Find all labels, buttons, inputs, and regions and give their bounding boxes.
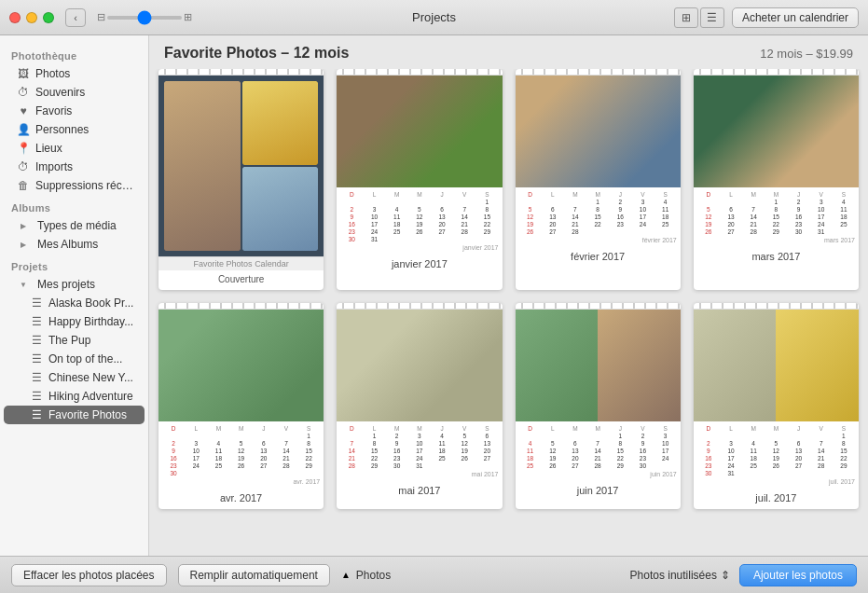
list-view-button[interactable]: ☰	[700, 7, 724, 28]
sidebar-item-label: Souvenirs	[35, 86, 85, 99]
project-icon: ☰	[30, 408, 43, 421]
sidebar-item-label: The Pup	[48, 334, 90, 347]
add-photos-button[interactable]: Ajouter les photos	[739, 564, 857, 586]
slider-icon-right: ⊞	[184, 11, 192, 23]
sidebar-item-alaska[interactable]: ☰ Alaska Book Pr...	[4, 294, 145, 312]
sidebar-item-favoris[interactable]: ♥ Favoris	[4, 102, 145, 120]
titlebar: ‹ ⊟ ⊞ Projects ⊞ ☰ Acheter un calendrier	[0, 0, 868, 35]
sidebar-item-label: Lieux	[35, 142, 62, 155]
lieux-icon: 📍	[17, 142, 30, 155]
sidebar-item-birthday[interactable]: ☰ Happy Birthday...	[4, 312, 145, 331]
sidebar-item-types-media[interactable]: ▶ Types de média	[4, 216, 145, 235]
window-title: Projects	[412, 10, 456, 24]
sidebar-item-label: Types de média	[37, 219, 117, 232]
spiral-binding	[337, 69, 502, 76]
cal-page-apr[interactable]: DLMMJVS 1 2345678 9101112131415 16171819…	[158, 303, 324, 509]
spiral-binding	[694, 69, 859, 76]
project-icon: ☰	[30, 315, 43, 328]
sidebar-item-suppressions[interactable]: 🗑 Suppressions récentes	[4, 176, 145, 195]
main-layout: Photothèque 🖼 Photos ⏱ Souvenirs ♥ Favor…	[0, 35, 868, 556]
spiral-binding	[516, 303, 681, 310]
cal-page-may[interactable]: DLMMJVS 123456 78910111213 1415161718192…	[337, 303, 502, 509]
section-phototheque: Photothèque	[0, 43, 148, 64]
sidebar-item-favorite-photos[interactable]: ☰ Favorite Photos	[4, 406, 145, 424]
sidebar-item-label: Suppressions récentes	[35, 179, 137, 192]
calendar-grid[interactable]: Favorite Photos Calendar Couverture DLMM…	[149, 69, 868, 556]
bottom-right: Photos inutilisées ⇕ Ajouter les photos	[630, 564, 857, 586]
clear-photos-button[interactable]: Effacer les photos placées	[11, 564, 167, 586]
folder-open-icon: ▼	[17, 281, 30, 289]
close-button[interactable]	[9, 12, 21, 23]
grid-view-button[interactable]: ⊞	[674, 7, 698, 28]
spiral-binding	[158, 303, 324, 310]
sidebar-item-pup[interactable]: ☰ The Pup	[4, 331, 145, 350]
sidebar-item-label: Alaska Book Pr...	[48, 296, 133, 310]
sidebar-item-mes-projets[interactable]: ▼ Mes projets	[4, 275, 145, 294]
project-icon: ☰	[30, 334, 43, 347]
souvenirs-icon: ⏱	[17, 86, 30, 99]
bottom-bar: Effacer les photos placées Remplir autom…	[0, 556, 868, 593]
sidebar-item-label: Photos	[35, 67, 70, 80]
cal-grid-feb: DLMMJVS 1234 567891011 12131415161718 19…	[516, 187, 681, 247]
cal-label-mar: mars 2017	[694, 247, 859, 268]
back-button[interactable]: ‹	[65, 8, 86, 27]
sidebar-item-imports[interactable]: ⏱ Imports	[4, 158, 145, 176]
cal-label-apr: avr. 2017	[158, 489, 324, 509]
chevron-up-icon: ▲	[341, 570, 351, 580]
project-icon: ☰	[30, 371, 43, 384]
cal-label-jul: juil. 2017	[694, 489, 859, 509]
cal-page-jan[interactable]: DLMMJVS 1 2345678 9101112131415 16171819…	[337, 69, 502, 290]
sidebar-item-lieux[interactable]: 📍 Lieux	[4, 139, 145, 158]
cover-photo-area	[158, 76, 324, 256]
cal-grid-mar: DLMMJVS 1234 567891011 12131415161718 19…	[694, 187, 859, 247]
sidebar-item-label: Chinese New Y...	[48, 371, 133, 384]
zoom-slider[interactable]	[107, 16, 182, 20]
content-header: Favorite Photos – 12 mois 12 mois – $19.…	[149, 35, 868, 69]
spiral-binding	[158, 69, 324, 76]
cal-photo-feb	[516, 76, 681, 187]
content-subtitle: 12 mois – $19.99	[760, 47, 853, 61]
cal-photo-jul	[694, 310, 859, 421]
cover-page[interactable]: Favorite Photos Calendar Couverture	[158, 69, 324, 290]
maximize-button[interactable]	[43, 12, 54, 23]
photos-icon: 🖼	[17, 67, 30, 80]
auto-fill-button[interactable]: Remplir automatiquement	[178, 564, 330, 586]
photos-label: Photos	[356, 569, 391, 582]
project-icon: ☰	[30, 352, 43, 365]
sidebar-item-souvenirs[interactable]: ⏱ Souvenirs	[4, 83, 145, 102]
spiral-binding	[337, 303, 502, 310]
sidebar-item-label: Mes projets	[37, 278, 95, 291]
slider-icon-left: ⊟	[97, 11, 105, 23]
cal-photo-mar	[694, 76, 859, 187]
sidebar-item-label: Hiking Adventure	[48, 390, 133, 403]
cal-grid-jul: DLMMJVS 1 2345678 9101112131415 16171819…	[694, 421, 859, 489]
cal-page-feb[interactable]: DLMMJVS 1234 567891011 12131415161718 19…	[516, 69, 681, 290]
imports-icon: ⏱	[17, 160, 30, 173]
cal-page-mar[interactable]: DLMMJVS 1234 567891011 12131415161718 19…	[694, 69, 859, 290]
sidebar-item-label: Imports	[35, 160, 73, 173]
sidebar-item-photos[interactable]: 🖼 Photos	[4, 64, 145, 83]
content-area: Favorite Photos – 12 mois 12 mois – $19.…	[149, 35, 868, 556]
sidebar-item-label: Mes Albums	[37, 238, 98, 251]
content-title: Favorite Photos – 12 mois	[164, 45, 349, 62]
minimize-button[interactable]	[26, 12, 37, 23]
suppressions-icon: 🗑	[17, 179, 30, 192]
sidebar-item-chinese[interactable]: ☰ Chinese New Y...	[4, 368, 145, 387]
cal-photo-apr	[158, 310, 324, 421]
cal-photo-jan	[337, 76, 502, 187]
buy-calendar-button[interactable]: Acheter un calendrier	[732, 7, 859, 28]
sidebar-item-personnes[interactable]: 👤 Personnes	[4, 120, 145, 139]
sidebar-item-label: On top of the...	[48, 352, 122, 365]
sidebar-item-mes-albums[interactable]: ▶ Mes Albums	[4, 235, 145, 254]
cal-label-feb: février 2017	[516, 247, 681, 268]
cal-grid-jun: DLMMJVS 123 45678910 11121314151617 1819…	[516, 421, 681, 481]
cover-bottom-text: Favorite Photos Calendar	[158, 256, 324, 270]
sidebar: Photothèque 🖼 Photos ⏱ Souvenirs ♥ Favor…	[0, 35, 149, 556]
favoris-icon: ♥	[17, 104, 30, 117]
spiral-binding	[516, 69, 681, 76]
sidebar-item-ontop[interactable]: ☰ On top of the...	[4, 350, 145, 368]
personnes-icon: 👤	[17, 123, 30, 136]
sidebar-item-hiking[interactable]: ☰ Hiking Adventure	[4, 387, 145, 406]
cal-page-jun[interactable]: DLMMJVS 123 45678910 11121314151617 1819…	[516, 303, 681, 509]
cal-page-jul[interactable]: DLMMJVS 1 2345678 9101112131415 16171819…	[694, 303, 859, 509]
